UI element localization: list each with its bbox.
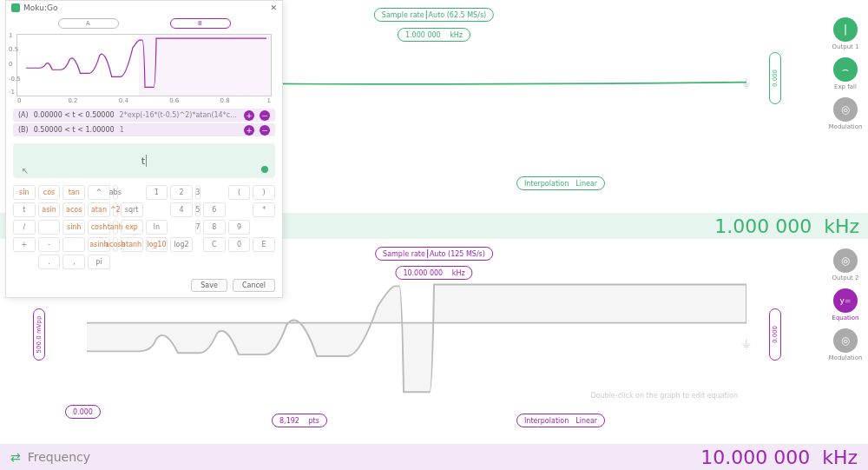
cancel-button[interactable]: Cancel [233, 279, 275, 292]
equation-button[interactable]: y= [833, 288, 858, 313]
key-fn[interactable]: log2 [170, 237, 193, 252]
output-toggle[interactable]: | [833, 17, 858, 42]
remove-segment-icon[interactable]: − [260, 110, 270, 121]
key-fn[interactable]: atan [88, 202, 110, 217]
key-num[interactable]: 0 [228, 237, 251, 252]
toolbar-ch1: | Output 1 ⌢ Exp fall ◎ Modulation [828, 17, 863, 132]
output-toggle[interactable]: ◎ [833, 248, 858, 273]
key-num[interactable]: 7 [195, 220, 201, 235]
offset-badge-right[interactable]: 0.000 [769, 308, 781, 361]
key-sym[interactable]: pi [88, 255, 110, 269]
key-sym[interactable]: ( [228, 185, 251, 200]
key-num[interactable]: 3 [195, 185, 201, 200]
sample-rate-pill[interactable]: Sample rateAuto (125 MS/s) [375, 247, 493, 261]
mouse-pointer-icon: ↖ [22, 166, 29, 175]
key-fn[interactable]: tanh [113, 220, 118, 235]
key-fn[interactable]: acosh [113, 237, 118, 252]
tab-a[interactable]: A [58, 18, 119, 29]
save-button[interactable]: Save [191, 279, 227, 292]
key-sym[interactable]: , [62, 255, 85, 269]
amplitude-badge-left[interactable]: 500.0 mVpp [33, 308, 45, 361]
tab-b[interactable]: B [170, 18, 231, 29]
key-num[interactable]: 6 [203, 202, 226, 217]
expression-input[interactable]: t ↖ [13, 143, 275, 178]
key-fn[interactable]: sqrt [121, 202, 143, 217]
app-title: Moku:Go [23, 3, 57, 12]
add-segment-icon[interactable]: + [244, 110, 254, 121]
keypad: sincostan^abs123()tasinacosatan^2sqrt456… [13, 185, 275, 269]
points-pill[interactable]: 8,192 pts [272, 414, 327, 427]
equation-editor-modal: Moku:Go ✕ A B 1 0.5 0 -0.5 -1 0 0.2 0.4 … [5, 0, 283, 298]
key-sym[interactable]: / [13, 220, 36, 235]
interpolation-pill[interactable]: InterpolationLinear [516, 176, 605, 190]
offset-badge-right[interactable]: 0.000 [769, 52, 781, 104]
key-sym[interactable] [62, 237, 85, 252]
app-icon [11, 3, 20, 12]
modal-titlebar[interactable]: Moku:Go ✕ [6, 1, 282, 15]
key-fn[interactable]: tan [62, 185, 85, 200]
key-num[interactable]: E [253, 237, 275, 252]
frequency-pill[interactable]: 1.000 000 kHz [398, 28, 470, 42]
key-num[interactable]: 9 [228, 220, 251, 235]
text-cursor [146, 155, 147, 167]
key-fn[interactable]: acos [62, 202, 85, 217]
close-icon[interactable]: ✕ [270, 3, 277, 12]
status-dot-icon [261, 166, 268, 173]
modulation-button[interactable]: ◎ [833, 328, 858, 353]
add-segment-icon[interactable]: + [244, 125, 254, 136]
segment-preview-plot[interactable]: 1 0.5 0 -0.5 -1 0 0.2 0.4 0.6 0.8 1 [16, 34, 272, 96]
key-num[interactable]: C [203, 237, 226, 252]
wave-shape-button[interactable]: ⌢ [833, 57, 858, 82]
key-sym[interactable]: ) [253, 185, 275, 200]
key-fn[interactable]: sinh [62, 220, 85, 235]
key-sym[interactable]: + [13, 237, 36, 252]
frequency-bar-bottom[interactable]: ⇄ Frequency 10.000 000 kHz [0, 444, 868, 470]
segment-row-a[interactable]: (A) 0.00000 < t < 0.50000 2*exp(-16*(t-0… [13, 109, 275, 122]
key-fn[interactable]: sin [13, 185, 36, 200]
key-num[interactable]: 4 [170, 202, 193, 217]
toolbar-ch2: ◎ Output 2 y= Equation ◎ Modulation [828, 248, 863, 363]
sample-rate-label: Sample rate [382, 11, 424, 19]
key-num[interactable]: 1 [146, 185, 168, 200]
edit-hint: Double-click on the graph to edit equati… [590, 392, 738, 400]
sample-rate-pill[interactable]: Sample rateAuto (62.5 MS/s) [374, 8, 494, 22]
swap-icon[interactable]: ⇄ [10, 450, 21, 464]
key-num[interactable]: 2 [170, 185, 193, 200]
left-value-pill[interactable]: 0.000 [65, 405, 101, 419]
key-fn[interactable]: cos [38, 185, 61, 200]
key-sym[interactable]: t [13, 202, 36, 217]
key-fn[interactable]: ^2 [113, 202, 118, 217]
key-sym[interactable] [38, 220, 61, 235]
key-fn[interactable]: asin [38, 202, 61, 217]
key-fn[interactable]: abs [113, 185, 118, 200]
modulation-button[interactable]: ◎ [833, 97, 858, 122]
key-fn[interactable]: ln [146, 220, 168, 235]
interpolation-pill[interactable]: InterpolationLinear [516, 414, 605, 427]
remove-segment-icon[interactable]: − [260, 125, 270, 136]
key-sym[interactable]: . [38, 255, 61, 269]
key-fn[interactable]: ^ [88, 185, 110, 200]
key-fn[interactable]: exp [121, 220, 143, 235]
key-num[interactable]: 5 [195, 202, 201, 217]
key-sym[interactable]: * [253, 202, 275, 217]
key-num[interactable]: 8 [203, 220, 226, 235]
key-fn[interactable]: log10 [146, 237, 168, 252]
segment-row-b[interactable]: (B) 0.50000 < t < 1.00000 1 + − [13, 123, 275, 136]
sample-rate-value: Auto (62.5 MS/s) [429, 11, 487, 19]
key-sym[interactable]: - [38, 237, 61, 252]
key-fn[interactable]: atanh [121, 237, 143, 252]
